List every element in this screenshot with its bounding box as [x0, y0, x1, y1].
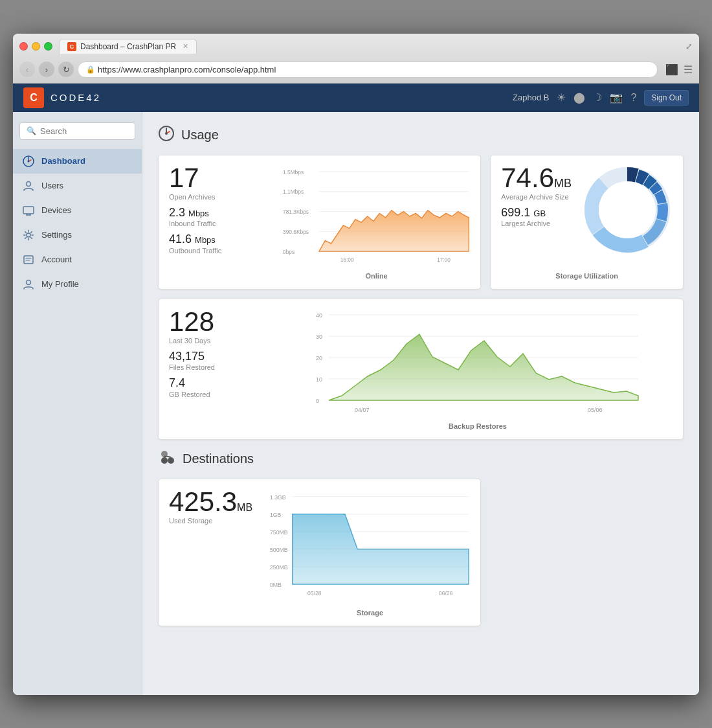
files-restored-label: Files Restored — [169, 363, 273, 371]
tab-close-icon[interactable]: ✕ — [183, 42, 188, 51]
restore-chart-area: 40 30 20 10 0 — [283, 308, 673, 430]
sidebar-item-account[interactable]: Account — [13, 247, 142, 272]
cast-icon[interactable]: ⬛ — [665, 63, 678, 76]
avg-archive-label: Average Archive Size — [501, 193, 572, 201]
svg-text:500MB: 500MB — [270, 546, 288, 552]
svg-marker-43 — [329, 334, 638, 400]
svg-text:0: 0 — [316, 398, 319, 404]
files-restored-stat: 43,175 — [169, 350, 273, 364]
topnav-right: Zaphod B ☀ ⬤ ☽ 📷 ? Sign Out — [513, 90, 689, 106]
address-lock-icon: 🔒 — [86, 65, 95, 74]
search-input[interactable] — [40, 126, 128, 136]
restore-card-inner: 128 Last 30 Days 43,175 Files Restored 7… — [169, 308, 673, 430]
maximize-button[interactable] — [44, 42, 52, 51]
dest-card-inner: 425.3MB Used Storage 1.3GB 1GB 750MB 500… — [169, 488, 470, 617]
browser-window: C Dashboard – CrashPlan PR ✕ ⤢ ‹ › ↻ 🔒 h… — [13, 34, 699, 695]
brand-name: CODE42 — [50, 92, 101, 103]
svg-marker-62 — [293, 514, 469, 584]
sidebar-item-users-label: Users — [41, 181, 63, 190]
menu-icon[interactable]: ☰ — [684, 63, 693, 76]
sun-icon[interactable]: ☀ — [557, 91, 566, 104]
content-area: Usage 17 Open Archives 2.3 Mbps — [142, 112, 699, 695]
browser-titlebar: C Dashboard – CrashPlan PR ✕ ⤢ — [19, 39, 693, 54]
inbound-speed-stat: 2.3 Mbps — [169, 206, 273, 220]
restore-chart-label: Backup Restores — [283, 422, 673, 430]
user-name: Zaphod B — [513, 93, 549, 102]
search-box[interactable]: 🔍 — [19, 122, 135, 140]
usage-cards-row: 17 Open Archives 2.3 Mbps Inbound Traffi… — [158, 155, 684, 290]
forward-button[interactable]: › — [39, 62, 54, 77]
app-topnav: C CODE42 Zaphod B ☀ ⬤ ☽ 📷 ? Sign Out — [13, 84, 699, 112]
online-chart-label: Online — [283, 272, 470, 280]
destinations-section-header: Destinations — [158, 449, 684, 470]
storage-stats: 74.6MB Average Archive Size 699.1 GB Lar… — [501, 165, 572, 233]
dest-stats: 425.3MB Used Storage — [169, 488, 260, 617]
minimize-button[interactable] — [32, 42, 40, 51]
destinations-section-title: Destinations — [183, 451, 254, 466]
online-chart-area: 1.5Mbps 1.1Mbps 781.3Kbps 390.6Kbps 0bps — [283, 165, 470, 280]
browser-controls — [19, 42, 52, 51]
sidebar-item-devices-label: Devices — [41, 205, 71, 215]
app-body: C CODE42 Zaphod B ☀ ⬤ ☽ 📷 ? Sign Out 🔍 — [13, 84, 699, 695]
outbound-speed-stat: 41.6 Mbps — [169, 233, 273, 247]
browser-tab[interactable]: C Dashboard – CrashPlan PR ✕ — [59, 39, 197, 54]
refresh-button[interactable]: ↻ — [58, 62, 74, 77]
svg-text:0MB: 0MB — [270, 581, 282, 587]
svg-rect-5 — [24, 256, 33, 264]
usage-card-inner: 17 Open Archives 2.3 Mbps Inbound Traffi… — [169, 165, 470, 280]
svg-point-6 — [27, 280, 31, 284]
restore-count-label: Last 30 Days — [169, 337, 273, 345]
donut-chart — [582, 165, 673, 255]
camera-icon[interactable]: 📷 — [610, 91, 623, 104]
app-main: 🔍 Dashboard Users — [13, 112, 699, 695]
svg-text:40: 40 — [316, 312, 322, 319]
backup-restores-card: 128 Last 30 Days 43,175 Files Restored 7… — [158, 299, 684, 440]
storage-chart-label: Storage — [270, 609, 470, 617]
sign-out-button[interactable]: Sign Out — [644, 90, 689, 106]
svg-text:10: 10 — [316, 376, 322, 383]
svg-point-8 — [165, 132, 168, 135]
svg-text:1.5Mbps: 1.5Mbps — [283, 168, 304, 175]
online-traffic-card: 17 Open Archives 2.3 Mbps Inbound Traffi… — [158, 155, 481, 290]
users-icon — [22, 179, 35, 192]
browser-chrome: C Dashboard – CrashPlan PR ✕ ⤢ ‹ › ↻ 🔒 h… — [13, 34, 699, 84]
svg-point-4 — [27, 233, 30, 237]
back-button[interactable]: ‹ — [19, 62, 35, 77]
brand-logo: C — [23, 87, 44, 108]
usage-section-header: Usage — [158, 125, 684, 146]
brand: C CODE42 — [23, 87, 101, 108]
search-icon: 🔍 — [27, 126, 36, 135]
svg-text:06/26: 06/26 — [439, 590, 453, 597]
moon-icon[interactable]: ☽ — [593, 91, 602, 104]
restore-stats: 128 Last 30 Days 43,175 Files Restored 7… — [169, 308, 273, 430]
largest-archive-stat: 699.1 GB — [501, 206, 572, 220]
sidebar-item-myprofile[interactable]: My Profile — [13, 272, 142, 297]
svg-text:20: 20 — [316, 355, 322, 361]
restore-chart: 40 30 20 10 0 — [283, 308, 673, 418]
tab-title: Dashboard – CrashPlan PR — [80, 42, 176, 51]
toggle-icon[interactable]: ⬤ — [573, 91, 585, 104]
sidebar-item-users[interactable]: Users — [13, 174, 142, 198]
expand-icon[interactable]: ⤢ — [685, 41, 693, 51]
gb-restored-stat: 7.4 — [169, 376, 273, 391]
help-icon[interactable]: ? — [630, 92, 636, 104]
devices-icon — [22, 204, 35, 217]
svg-text:05/28: 05/28 — [307, 590, 322, 597]
address-bar[interactable]: 🔒 https://www.crashplanpro.com/console/a… — [78, 62, 658, 78]
usage-section-icon — [158, 125, 175, 146]
sidebar-item-settings[interactable]: Settings — [13, 223, 142, 247]
svg-text:250MB: 250MB — [270, 563, 288, 570]
settings-icon — [22, 229, 35, 242]
sidebar-item-dashboard-label: Dashboard — [41, 156, 85, 166]
close-button[interactable] — [19, 42, 28, 51]
svg-text:1GB: 1GB — [270, 511, 282, 518]
usage-section-title: Usage — [181, 128, 219, 142]
svg-point-46 — [161, 457, 168, 464]
dashboard-icon — [22, 155, 35, 168]
donut-chart-wrap — [582, 165, 673, 268]
sidebar-item-settings-label: Settings — [41, 230, 72, 240]
sidebar-item-dashboard[interactable]: Dashboard — [13, 149, 142, 174]
gb-restored-label: GB Restored — [169, 391, 273, 398]
storage-chart: 1.3GB 1GB 750MB 500MB 250MB 0MB — [270, 488, 470, 605]
sidebar-item-devices[interactable]: Devices — [13, 198, 142, 223]
